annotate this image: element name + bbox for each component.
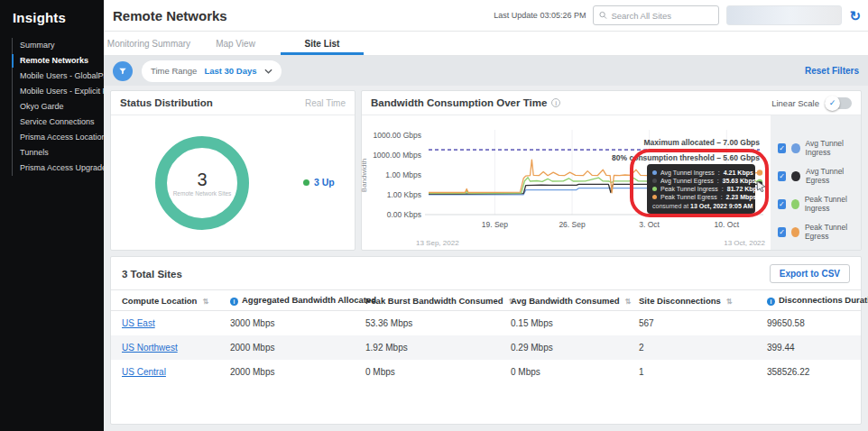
column-header[interactable]: iPeak Burst Bandwidth Consumed⇅ xyxy=(355,290,500,311)
table-title: 3 Total Sites xyxy=(122,269,182,280)
legend-row: ✓ Avg Tunnel Egress xyxy=(778,167,861,185)
svg-text:80% consumption threshold – 5.: 80% consumption threshold – 5.60 Gbps xyxy=(612,153,760,162)
legend-row: ✓ Peak Tunnel Ingress xyxy=(778,195,861,213)
sidebar-item[interactable]: Service Connections xyxy=(13,115,104,130)
sidebar-item-label: Summary xyxy=(20,41,55,50)
column-header[interactable]: iDisconnections Duration⇅ xyxy=(756,290,861,311)
info-icon[interactable]: i xyxy=(551,98,560,107)
main-area: Remote Networks Last Update 03:05:26 PM … xyxy=(104,0,868,431)
table-header-row: 3 Total Sites Export to CSV xyxy=(111,257,861,289)
chart-start-date: 13 Sep, 2022 xyxy=(416,239,459,247)
disconnections-cell: 567 xyxy=(628,311,756,336)
top-bar: Remote Networks Last Update 03:05:26 PM … xyxy=(104,0,868,32)
legend-checkbox[interactable]: ✓ xyxy=(778,199,786,209)
tab[interactable]: Map View xyxy=(192,32,279,55)
svg-text:26. Sep: 26. Sep xyxy=(559,220,586,229)
tooltip-row: Peak Tunnel Egress : 2.23 Mbps xyxy=(652,193,750,201)
page-title: Remote Networks xyxy=(111,8,227,23)
tooltip-series-dot xyxy=(652,187,657,191)
compute-location-link[interactable]: US East xyxy=(122,318,155,328)
linear-scale-label: Linear Scale xyxy=(771,98,819,108)
aggregated-bandwidth-cell: 2000 Mbps xyxy=(219,360,355,384)
compute-location-link[interactable]: US Northwest xyxy=(122,343,178,353)
table-body: US East 3000 Mbps 53.36 Mbps 0.15 Mbps 5… xyxy=(111,311,861,385)
legend-row: ✓ Avg Tunnel Ingress xyxy=(778,139,861,157)
search-box[interactable] xyxy=(593,5,719,25)
legend-series-dot xyxy=(791,199,799,209)
sidebar-item[interactable]: Remote Networks xyxy=(13,53,104,69)
legend-series-dot xyxy=(791,171,799,181)
disconnections-duration-cell: 399.44 xyxy=(756,335,861,360)
site-count: 3 xyxy=(197,170,207,188)
refresh-icon[interactable]: ↻ xyxy=(849,9,861,23)
column-label: Site Disconnections xyxy=(639,296,721,306)
cursor-icon xyxy=(755,180,767,192)
sort-icon[interactable]: ⇅ xyxy=(726,298,733,306)
sort-icon[interactable]: ⇅ xyxy=(625,298,632,306)
table-row: US Northwest 2000 Mbps 1.92 Mbps 0.29 Mb… xyxy=(111,335,861,360)
bandwidth-chart[interactable]: Bandwidth 0.00 Kbps1.00 Kbps1.00 Mbps100… xyxy=(362,115,771,250)
sidebar-item-label: Okyo Garde xyxy=(20,102,64,111)
column-label: Disconnections Duration xyxy=(779,295,868,305)
tab[interactable]: Monitoring Summary xyxy=(106,32,192,55)
peak-burst-cell: 0 Mbps xyxy=(355,360,500,384)
sidebar-item[interactable]: Mobile Users - Explicit Proxy xyxy=(13,84,104,99)
up-status-dot xyxy=(303,179,309,186)
svg-text:1.00 Kbps: 1.00 Kbps xyxy=(387,190,421,199)
sidebar-item[interactable]: Mobile Users - GlobalProtect xyxy=(13,69,104,84)
avg-bandwidth-cell: 0.29 Mbps xyxy=(500,335,628,360)
linear-scale-toggle[interactable]: ✓ xyxy=(825,97,852,109)
tooltip-row: Peak Tunnel Ingress : 81.72 Kbps xyxy=(652,185,750,193)
legend-checkbox[interactable]: ✓ xyxy=(778,171,786,181)
column-label: Avg Bandwidth Consumed xyxy=(511,296,620,306)
status-card-body: 3 Remote Network Sites 3 Up xyxy=(111,115,355,251)
tooltip-colon: : xyxy=(718,169,720,177)
reset-filters-link[interactable]: Reset Filters xyxy=(805,66,859,76)
tooltip-series-label: Peak Tunnel Ingress xyxy=(660,185,718,193)
insights-app: Insights Summary Remote Networks Mobile … xyxy=(0,0,868,431)
legend-checkbox[interactable]: ✓ xyxy=(778,143,786,153)
tenant-selector-redacted[interactable] xyxy=(726,5,842,25)
chevron-down-icon xyxy=(264,69,272,74)
avg-bandwidth-cell: 0.15 Mbps xyxy=(500,311,628,336)
status-distribution-card: Status Distribution Real Time 3 Remote N… xyxy=(110,90,356,251)
sidebar-item[interactable]: Prisma Access Upgrade xyxy=(13,160,104,176)
tooltip-colon: : xyxy=(717,177,719,185)
sidebar-item[interactable]: Prisma Access Locations xyxy=(13,130,104,145)
search-input[interactable] xyxy=(611,11,713,21)
export-csv-button[interactable]: Export to CSV xyxy=(770,264,850,283)
sort-icon[interactable]: ⇅ xyxy=(202,298,208,306)
last-update-text: Last Update 03:05:26 PM xyxy=(494,11,586,20)
legend-series-label: Avg Tunnel Egress xyxy=(806,167,861,185)
disconnections-duration-cell: 99650.58 xyxy=(756,311,861,336)
search-icon xyxy=(599,11,607,20)
column-label: Compute Location xyxy=(122,296,197,306)
tooltip-series-label: Avg Tunnel Egress xyxy=(660,177,714,185)
sidebar: Insights Summary Remote Networks Mobile … xyxy=(0,0,104,431)
compute-location-link[interactable]: US Central xyxy=(122,367,166,377)
legend-checkbox[interactable]: ✓ xyxy=(778,227,786,237)
sidebar-menu: Summary Remote Networks Mobile Users - G… xyxy=(12,38,104,176)
sidebar-item[interactable]: Summary xyxy=(13,38,104,53)
column-header[interactable]: iSite Disconnections⇅ xyxy=(628,290,756,311)
column-label: Peak Burst Bandwidth Consumed xyxy=(365,296,503,306)
svg-text:3. Oct: 3. Oct xyxy=(639,220,660,229)
tooltip-colon: : xyxy=(721,193,723,201)
status-legend-up[interactable]: 3 Up xyxy=(303,177,335,188)
svg-text:Maximum allocated – 7.00 Gbps: Maximum allocated – 7.00 Gbps xyxy=(644,138,761,147)
legend-series-label: Peak Tunnel Ingress xyxy=(805,195,861,213)
sites-table: iCompute Location⇅ iAggregated Bandwidth… xyxy=(111,289,861,384)
bandwidth-card-header: Bandwidth Consumption Over Time i Linear… xyxy=(362,91,861,115)
column-header[interactable]: iCompute Location⇅ xyxy=(111,290,219,311)
svg-text:1.00 Mbps: 1.00 Mbps xyxy=(385,170,421,179)
tab[interactable]: Site List xyxy=(279,32,365,55)
chart-legend: ✓ Avg Tunnel Ingress ✓ Avg Tunnel Egress xyxy=(771,115,861,250)
toggle-knob: ✓ xyxy=(825,96,840,111)
tooltip-series-value: 2.23 Mbps xyxy=(726,193,757,201)
sidebar-item[interactable]: Tunnels xyxy=(13,145,104,160)
sidebar-item[interactable]: Okyo Garde xyxy=(13,99,104,115)
column-header[interactable]: iAggregated Bandwidth Allocated⇅ xyxy=(219,290,355,311)
filter-button[interactable] xyxy=(113,61,133,81)
time-range-dropdown[interactable]: Time Range Last 30 Days xyxy=(142,60,282,82)
column-header[interactable]: iAvg Bandwidth Consumed⇅ xyxy=(500,290,628,311)
